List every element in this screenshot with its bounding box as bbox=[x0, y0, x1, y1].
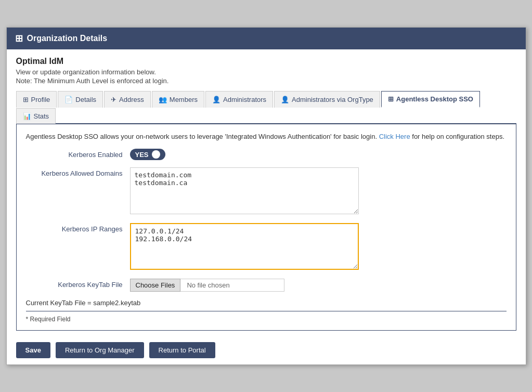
tab-members-label: Members bbox=[170, 96, 198, 103]
tab-stats[interactable]: 📊 Stats bbox=[16, 108, 56, 124]
tab-address-label: Address bbox=[119, 96, 144, 103]
kerberos-allowed-domains-input[interactable]: testdomain.com testdomain.ca bbox=[130, 167, 359, 214]
agentless-tab-icon: ⊞ bbox=[388, 95, 394, 103]
toggle-circle bbox=[152, 150, 160, 159]
toggle-yes-label: YES bbox=[135, 151, 149, 159]
return-portal-button[interactable]: Return to Portal bbox=[149, 342, 215, 358]
desc-prefix: Agentless Desktop SSO allows your on-net… bbox=[26, 133, 378, 140]
agentless-sso-panel: Agentless Desktop SSO allows your on-net… bbox=[16, 124, 516, 331]
tab-profile[interactable]: ⊞ Profile bbox=[16, 91, 57, 108]
kerberos-keytab-row: Kerberos KeyTab File Choose Files No fil… bbox=[26, 279, 507, 292]
members-tab-icon: 👥 bbox=[159, 96, 167, 103]
kerberos-ip-ranges-row: Kerberos IP Ranges 127.0.0.1/24 192.168.… bbox=[26, 223, 507, 271]
tab-address[interactable]: ✈ Address bbox=[104, 91, 151, 108]
kerberos-ip-ranges-control: 127.0.0.1/24 192.168.0.0/24 bbox=[130, 223, 507, 271]
tab-members[interactable]: 👥 Members bbox=[152, 91, 204, 108]
tab-administrators-via-orgtype[interactable]: 👤 Administrators via OrgType bbox=[274, 91, 380, 108]
org-subtitle: View or update organization information … bbox=[16, 68, 516, 76]
return-org-manager-button[interactable]: Return to Org Manager bbox=[56, 342, 144, 358]
save-button[interactable]: Save bbox=[16, 342, 50, 358]
desc-suffix: for help on configuration steps. bbox=[412, 133, 504, 140]
content-area: Optimal IdM View or update organization … bbox=[7, 49, 526, 336]
kerberos-keytab-label: Kerberos KeyTab File bbox=[26, 279, 130, 289]
choose-files-button[interactable]: Choose Files bbox=[130, 279, 181, 292]
administrators-tab-icon: 👤 bbox=[212, 96, 220, 103]
kerberos-enabled-toggle[interactable]: YES bbox=[130, 149, 165, 160]
details-tab-icon: 📄 bbox=[64, 96, 73, 103]
profile-tab-icon: ⊞ bbox=[23, 96, 29, 103]
current-keytab-file: Current KeyTab File = sample2.keytab bbox=[26, 299, 507, 307]
admin-orgtype-tab-icon: 👤 bbox=[281, 96, 289, 103]
tab-agentless-label: Agentless Desktop SSO bbox=[396, 95, 473, 103]
address-tab-icon: ✈ bbox=[111, 96, 116, 103]
tab-administrators-label: Administrators bbox=[223, 96, 266, 103]
tab-admin-orgtype-label: Administrators via OrgType bbox=[292, 96, 373, 103]
required-field-note: * Required Field bbox=[26, 311, 507, 323]
tab-stats-label: Stats bbox=[34, 112, 49, 120]
kerberos-allowed-domains-control: testdomain.com testdomain.ca bbox=[130, 167, 507, 216]
tab-bar: ⊞ Profile 📄 Details ✈ Address 👥 Members … bbox=[16, 91, 516, 124]
kerberos-enabled-row: Kerberos Enabled YES bbox=[26, 149, 507, 160]
title-bar: ⊞ Organization Details bbox=[7, 28, 526, 49]
kerberos-enabled-control: YES bbox=[130, 149, 507, 160]
file-input-wrapper: Choose Files No file chosen bbox=[130, 279, 507, 292]
tab-details-label: Details bbox=[75, 96, 96, 103]
tab-agentless-desktop-sso[interactable]: ⊞ Agentless Desktop SSO bbox=[381, 91, 480, 108]
tab-details[interactable]: 📄 Details bbox=[58, 91, 103, 108]
tab-administrators[interactable]: 👤 Administrators bbox=[205, 91, 273, 108]
kerberos-keytab-control: Choose Files No file chosen bbox=[130, 279, 507, 292]
kerberos-ip-ranges-input[interactable]: 127.0.0.1/24 192.168.0.0/24 bbox=[130, 223, 359, 270]
title-icon: ⊞ bbox=[15, 33, 23, 44]
org-note: Note: The Minimum Auth Level is enforced… bbox=[16, 77, 516, 85]
main-window: ⊞ Organization Details Optimal IdM View … bbox=[6, 27, 526, 365]
kerberos-enabled-label: Kerberos Enabled bbox=[26, 149, 130, 159]
kerberos-allowed-domains-row: Kerberos Allowed Domains testdomain.com … bbox=[26, 167, 507, 216]
kerberos-ip-ranges-label: Kerberos IP Ranges bbox=[26, 223, 130, 233]
org-name: Optimal IdM bbox=[16, 57, 516, 66]
stats-tab-icon: 📊 bbox=[23, 112, 31, 120]
panel-description: Agentless Desktop SSO allows your on-net… bbox=[26, 132, 507, 142]
action-bar: Save Return to Org Manager Return to Por… bbox=[7, 336, 526, 364]
file-no-chosen-label: No file chosen bbox=[180, 279, 284, 292]
click-here-link[interactable]: Click Here bbox=[379, 133, 410, 140]
tab-profile-label: Profile bbox=[31, 96, 50, 103]
kerberos-allowed-domains-label: Kerberos Allowed Domains bbox=[26, 167, 130, 177]
page-title: Organization Details bbox=[27, 34, 108, 43]
